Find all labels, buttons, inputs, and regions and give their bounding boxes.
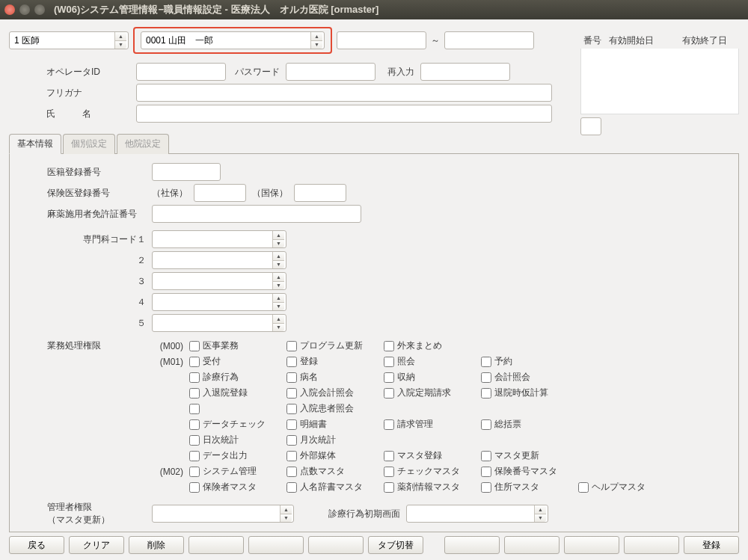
chk-taiin-kari[interactable]: 退院時仮計算	[481, 387, 578, 399]
chk-jusho[interactable]: 住所マスタ	[481, 481, 578, 493]
chk-shuunou[interactable]: 収納	[384, 371, 481, 384]
tab-bar: 基本情報 個別設定 他院設定	[9, 133, 739, 154]
spec-code-1[interactable]: ▲▼	[152, 230, 286, 248]
back-button[interactable]: 戻る	[9, 536, 64, 554]
chk-prog[interactable]: プログラム更新	[286, 339, 384, 352]
narc-input[interactable]	[152, 205, 361, 223]
chk-nyuin-kaikei[interactable]: 入院会計照会	[286, 387, 384, 399]
kokuho-input[interactable]	[294, 184, 346, 202]
validity-list-panel: 番号 有効開始日 有効終了日	[580, 33, 739, 135]
chk-kaikei-shoukai[interactable]: 会計照会	[481, 371, 578, 384]
col-start: 有効開始日	[606, 33, 663, 49]
chk-nyutaiin[interactable]: 入退院登録	[189, 387, 286, 399]
tab-basic-body: 医籍登録番号 保険医登録番号 （社保） （国保） 麻薬施用者免許証番号 専門科コ…	[9, 154, 739, 532]
chk-check-master[interactable]: チェックマスタ	[384, 465, 481, 478]
m00-label: (M00)	[152, 341, 189, 351]
reenter-label: 再入力	[375, 66, 420, 79]
chk-master-koushin[interactable]: マスタ更新	[481, 449, 578, 462]
initial-screen-combo[interactable]: ▲▼	[406, 505, 548, 523]
chk-gairai[interactable]: 外来まとめ	[384, 339, 481, 352]
tab-individual[interactable]: 個別設定	[63, 134, 115, 154]
chk-shoukai[interactable]: 照会	[384, 355, 481, 368]
spin-up-icon[interactable]: ▲	[115, 32, 126, 41]
chk-nichiji[interactable]: 日次統計	[189, 434, 286, 446]
password-input[interactable]	[286, 63, 375, 81]
validity-list[interactable]	[580, 49, 739, 114]
role-combo[interactable]: ▲▼	[9, 31, 129, 49]
n5: ５	[47, 317, 152, 330]
m01-label: (M01)	[152, 357, 189, 367]
blank-button-3[interactable]	[308, 536, 364, 554]
spin-up-icon[interactable]: ▲	[311, 32, 322, 41]
spin-down-icon[interactable]: ▼	[311, 41, 322, 49]
chk-gaibu[interactable]: 外部媒体	[286, 449, 384, 462]
clear-button[interactable]: クリア	[69, 536, 124, 554]
spec-code-3[interactable]: ▲▼	[152, 272, 286, 290]
staff-highlight: ▲▼	[133, 27, 332, 54]
initial-screen-label: 診療行為初期画面	[309, 508, 406, 520]
spec-code-2[interactable]: ▲▼	[152, 251, 286, 269]
tab-switch-button[interactable]: タブ切替	[368, 536, 423, 554]
delete-button[interactable]: 削除	[129, 536, 184, 554]
chk-jinmei[interactable]: 人名辞書マスタ	[286, 481, 384, 493]
maximize-icon[interactable]	[34, 4, 45, 15]
shaho-input[interactable]	[194, 184, 246, 202]
close-icon[interactable]	[4, 4, 15, 15]
chk-data-check[interactable]: データチェック	[189, 418, 286, 431]
col-no: 番号	[580, 33, 606, 49]
perm-label: 業務処理権限	[47, 339, 152, 493]
chk-hoken-bangou[interactable]: 保険番号マスタ	[481, 465, 578, 478]
name-input[interactable]	[136, 105, 552, 123]
staff-combo[interactable]: ▲▼	[141, 31, 325, 49]
n2: ２	[47, 254, 152, 267]
chk-yoyaku[interactable]: 予約	[481, 355, 578, 368]
staff-input[interactable]	[141, 32, 310, 49]
tab-basic[interactable]: 基本情報	[9, 134, 61, 154]
chk-touroku[interactable]: 登録	[286, 355, 384, 368]
chk-hokensha[interactable]: 保険者マスタ	[189, 481, 286, 493]
window-titlebar: (W06)システム管理情報−職員情報設定 - 医療法人 オルカ医院 [ormas…	[0, 0, 748, 19]
blank-button-5[interactable]	[504, 536, 560, 554]
chk-system[interactable]: システム管理	[189, 465, 286, 478]
chk-seikyu[interactable]: 請求管理	[384, 418, 481, 431]
admin-perm-combo[interactable]: ▲▼	[152, 505, 294, 523]
med-reg-input[interactable]	[152, 163, 221, 181]
tab-other[interactable]: 他院設定	[117, 134, 169, 154]
chk-data-out[interactable]: データ出力	[189, 449, 286, 462]
window-title: (W06)システム管理情報−職員情報設定 - 医療法人 オルカ医院 [ormas…	[54, 3, 378, 16]
blank-button-2[interactable]	[248, 536, 304, 554]
blank-button-7[interactable]	[624, 536, 679, 554]
validity-index-box[interactable]	[580, 117, 601, 135]
date-end-input[interactable]	[444, 31, 534, 49]
furigana-input[interactable]	[136, 84, 552, 102]
furigana-label: フリガナ	[46, 87, 136, 99]
chk-iji[interactable]: 医事業務	[189, 339, 286, 352]
register-button[interactable]: 登録	[684, 536, 739, 554]
chk-nyuin-kanja[interactable]: 入院患者照会	[286, 402, 384, 415]
role-input[interactable]	[10, 32, 114, 49]
chk-tensuu[interactable]: 点数マスタ	[286, 465, 384, 478]
minimize-icon[interactable]	[19, 4, 30, 15]
chk-byoumei[interactable]: 病名	[286, 371, 384, 384]
chk-nyuin-teiki[interactable]: 入院定期請求	[384, 387, 481, 399]
chk-help[interactable]: ヘルプマスタ	[578, 481, 675, 493]
chk-shinryo[interactable]: 診療行為	[189, 371, 286, 384]
chk-yakuzai[interactable]: 薬剤情報マスタ	[384, 481, 481, 493]
range-separator: ～	[431, 34, 440, 47]
date-start-input[interactable]	[337, 31, 426, 49]
reenter-input[interactable]	[420, 63, 510, 81]
col-end: 有効終了日	[663, 33, 730, 49]
operator-id-input[interactable]	[136, 63, 226, 81]
spec-code-5[interactable]: ▲▼	[152, 314, 286, 332]
blank-button-6[interactable]	[564, 536, 619, 554]
chk-master-touroku[interactable]: マスタ登録	[384, 449, 481, 462]
blank-button-4[interactable]	[444, 536, 500, 554]
blank-button-1[interactable]	[188, 536, 244, 554]
chk-blank1[interactable]	[189, 404, 286, 414]
chk-getsuji[interactable]: 月次統計	[286, 434, 384, 446]
chk-soukatsu[interactable]: 総括票	[481, 418, 578, 431]
chk-uketsuke[interactable]: 受付	[189, 355, 286, 368]
chk-meisai[interactable]: 明細書	[286, 418, 384, 431]
spec-code-4[interactable]: ▲▼	[152, 293, 286, 311]
spin-down-icon[interactable]: ▼	[115, 41, 126, 49]
